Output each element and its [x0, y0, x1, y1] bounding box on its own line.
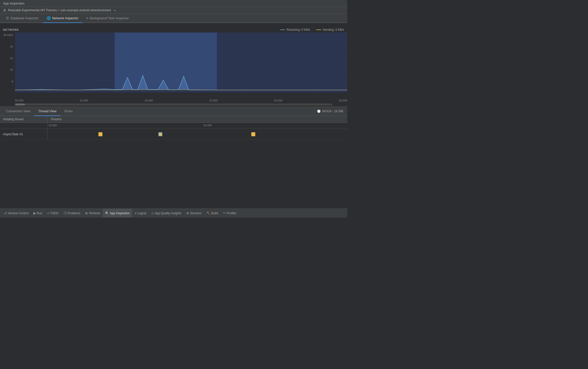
status-terminal[interactable]: ⊞ Terminal	[83, 209, 102, 218]
thread-empty-area	[0, 140, 347, 208]
chart-x-axis: 05.000 10.000 15.000 20.000 25.000 30.00…	[0, 98, 347, 102]
background-icon: ≡	[86, 16, 88, 20]
col-timeline: Timeline	[47, 116, 347, 122]
network-chart-svg	[15, 32, 347, 92]
legend-receiving: Receiving: 0 KB/s	[280, 28, 310, 32]
profiler-label: Profiler	[227, 212, 236, 215]
status-app-inspection[interactable]: 🔍 App Inspection	[103, 209, 132, 218]
event-block-1[interactable]	[98, 132, 102, 136]
legend-receiving-line	[280, 30, 285, 30]
chart-main[interactable]	[15, 32, 347, 98]
x-label-2: 15.000	[145, 99, 153, 102]
thread-table-header: Initiating thread Timeline	[0, 116, 347, 123]
y-label-3: 16	[3, 68, 13, 71]
x-label-3: 20.000	[209, 99, 218, 102]
terminal-icon: ⊞	[85, 212, 88, 215]
scrollbar-thumb[interactable]	[15, 104, 25, 106]
device-text: Resizable Experimental API Tiramisu > co…	[8, 8, 111, 12]
tab-background[interactable]: ≡ Background Task Inspector	[82, 14, 133, 23]
status-run[interactable]: ▶ Run	[31, 209, 45, 218]
logcat-label: Logcat	[137, 212, 146, 215]
todo-label: TODO	[50, 212, 58, 215]
inspector-tabs: ☰ Database Inspector 🌐 Network Inspector…	[0, 14, 347, 23]
status-logcat[interactable]: ≡ Logcat	[132, 209, 149, 218]
tab-connection-view[interactable]: Connection View	[2, 107, 34, 116]
legend-sending: Sending: 0 KB/s	[316, 28, 344, 32]
app-quality-label: App Quality Insights	[155, 212, 181, 215]
svg-rect-7	[115, 32, 217, 90]
chart-section: NETWORK Receiving: 0 KB/s Sending: 0 KB/…	[0, 26, 347, 106]
chart-legend: Receiving: 0 KB/s Sending: 0 KB/s	[280, 28, 344, 32]
run-label: Run	[37, 212, 42, 215]
event-block-2[interactable]	[158, 132, 162, 136]
scrollbar-track[interactable]	[15, 104, 332, 106]
terminal-label: Terminal	[89, 212, 100, 215]
legend-receiving-label: Receiving: 0 KB/s	[287, 28, 310, 32]
x-label-0: 05.000	[15, 99, 23, 102]
y-label-1: 32	[3, 45, 13, 48]
spacer	[0, 23, 347, 26]
run-icon: ▶	[33, 212, 36, 215]
x-label-1: 10.000	[80, 99, 88, 102]
x-label-5: 30.000	[339, 99, 347, 102]
status-profiler[interactable]: 〜 Profiler	[220, 209, 239, 218]
thread-row-label-asynctask: AsyncTask #1	[0, 129, 47, 140]
event-block-3[interactable]	[251, 132, 255, 136]
tab-database[interactable]: ☰ Database Inspector	[2, 14, 43, 23]
ruler-10000: 10.000	[48, 124, 57, 127]
y-label-4: 8	[3, 80, 13, 83]
chart-y-axis: 40 KB/s 32 24 16 8	[0, 32, 15, 98]
device-icon: 🖥	[3, 8, 6, 12]
time-range-value: 09.918 - 18.398	[322, 110, 343, 113]
title-bar: App Inspection	[0, 0, 347, 7]
timeline-ruler: 10.000 15.000	[47, 123, 347, 128]
view-tabs-bar: Connection View Thread View Rules 🕐 09.9…	[0, 106, 347, 116]
ruler-label-col	[0, 123, 47, 128]
thread-row-timeline-asynctask[interactable]	[47, 129, 347, 140]
network-icon: 🌐	[47, 16, 51, 20]
device-dropdown-arrow[interactable]: ▾	[114, 9, 115, 12]
app-quality-icon: ◇	[151, 212, 154, 215]
status-services[interactable]: ⚙ Services	[184, 209, 204, 218]
clock-icon: 🕐	[317, 110, 321, 113]
app-inspection-icon: 🔍	[105, 212, 109, 215]
x-label-4: 25.000	[274, 99, 283, 102]
tab-rules[interactable]: Rules	[60, 107, 77, 116]
y-label-0: 40 KB/s	[3, 34, 13, 36]
col-initiating-thread: Initiating thread	[0, 116, 47, 122]
database-icon: ☰	[6, 16, 9, 20]
status-version-control[interactable]: ⎇ Version Control	[1, 209, 31, 218]
y-label-2: 24	[3, 57, 13, 60]
legend-sending-line	[316, 30, 321, 30]
build-icon: 🔨	[207, 212, 210, 215]
status-build[interactable]: 🔨 Build	[204, 209, 221, 218]
device-bar[interactable]: 🖥 Resizable Experimental API Tiramisu > …	[0, 7, 347, 14]
tab-network[interactable]: 🌐 Network Inspector	[43, 14, 82, 23]
logcat-icon: ≡	[135, 212, 136, 215]
app-inspection-label: App Inspection	[110, 212, 130, 215]
thread-table: Initiating thread Timeline 10.000 15.000…	[0, 116, 347, 208]
todo-icon: ≡	[47, 212, 49, 215]
chart-container[interactable]: 40 KB/s 32 24 16 8	[0, 32, 347, 98]
scrollbar-area[interactable]	[0, 102, 347, 106]
chart-title: NETWORK	[3, 28, 23, 31]
ruler-15000: 15.000	[203, 124, 212, 127]
problems-icon: ⓘ	[64, 211, 67, 215]
services-icon: ⚙	[186, 212, 189, 215]
chart-header: NETWORK Receiving: 0 KB/s Sending: 0 KB/…	[0, 28, 347, 32]
problems-label: Problems	[68, 212, 80, 215]
status-app-quality[interactable]: ◇ App Quality Insights	[149, 209, 184, 218]
version-control-label: Version Control	[8, 212, 28, 215]
services-label: Services	[190, 212, 202, 215]
status-problems[interactable]: ⓘ Problems	[61, 209, 83, 218]
legend-sending-label: Sending: 0 KB/s	[323, 28, 344, 32]
time-range: 🕐 09.918 - 18.398	[317, 110, 345, 113]
version-control-icon: ⎇	[3, 212, 7, 215]
thread-row-asynctask: AsyncTask #1	[0, 129, 347, 140]
build-label: Build	[211, 212, 218, 215]
tab-thread-view[interactable]: Thread View	[34, 107, 60, 116]
profiler-icon: 〜	[223, 211, 226, 215]
status-todo[interactable]: ≡ TODO	[45, 209, 61, 218]
status-bar: ⎇ Version Control ▶ Run ≡ TODO ⓘ Problem…	[0, 208, 347, 218]
title-label: App Inspection	[3, 2, 24, 5]
